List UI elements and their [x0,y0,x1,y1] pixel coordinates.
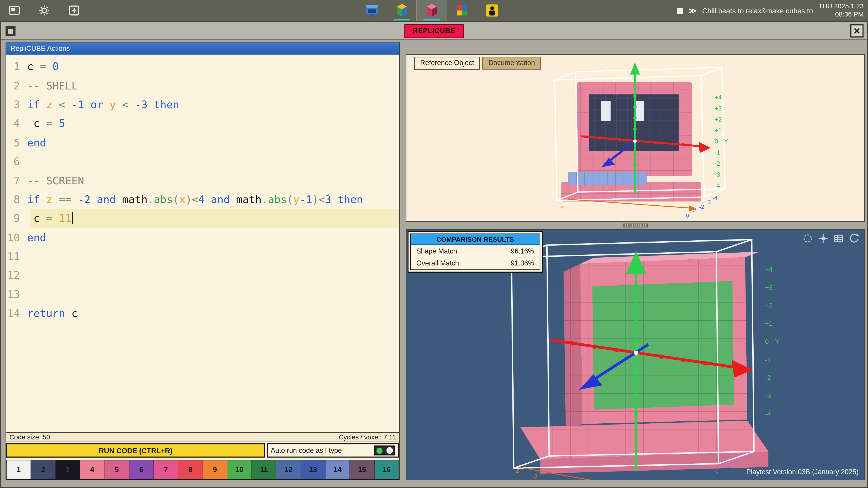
line-number: 13 [6,288,25,300]
palette-color-2[interactable]: 2 [31,460,56,479]
panel-splitter[interactable] [406,222,865,229]
app-icon-color-grid[interactable] [447,0,476,21]
code-line[interactable]: 1c = 0 [6,57,399,76]
palette-color-5[interactable]: 5 [105,460,129,479]
clock-time: 08:36 PM [818,10,864,19]
run-row: RUN CODE (CTRL+R) Auto run code as I typ… [6,443,399,458]
reset-view-icon[interactable] [848,233,860,244]
code-text: return c [27,307,78,319]
playtest-viewport[interactable]: +4 +3 +2 +1 0 Y -1 -2 -3 -4 -4 -3 0 -1 [406,229,865,480]
selection-circle-icon[interactable] [802,233,813,244]
grid-icon[interactable] [833,233,844,244]
tab-reference-object[interactable]: Reference Object [414,57,480,70]
palette-color-7[interactable]: 7 [154,460,179,479]
code-text: if z < -1 or y < -3 then [27,98,179,110]
toggle-knob [386,447,393,454]
splitter-grip-icon[interactable] [623,224,647,228]
line-number: 8 [6,193,25,205]
autorun-toggle[interactable] [374,446,395,455]
window-titlebar[interactable]: REPLICUBE [1,22,867,40]
gear-icon[interactable] [38,4,51,17]
code-line[interactable]: 9 c = 11 [6,209,399,228]
palette-color-1[interactable]: 1 [6,460,31,479]
svg-text:+4: +4 [715,94,722,101]
code-line[interactable]: 10end [6,228,399,247]
comparison-results-panel: COMPARISON RESULTS Shape Match 96.16% Ov… [407,231,543,273]
desktop-screen: ≫ Chill beats to relax&make cubes to THU… [0,0,868,488]
color-grid-icon [452,2,471,19]
code-line[interactable]: 6 [6,152,399,171]
window-menu-icon[interactable] [5,26,16,36]
close-icon [853,27,861,35]
clock-date: THU 2025.1.23 [818,2,864,11]
code-lines: 1c = 02-- SHELL3if z < -1 or y < -3 then… [6,57,399,323]
code-text: c = 0 [27,60,59,72]
svg-text:0: 0 [765,338,769,345]
svg-text:-1: -1 [692,208,698,214]
crosshair-icon[interactable] [817,233,829,244]
svg-text:-3: -3 [765,392,771,399]
palette-color-11[interactable]: 11 [252,460,277,479]
svg-text:-3: -3 [532,473,537,480]
palette-color-16[interactable]: 16 [375,460,399,479]
svg-text:+1: +1 [715,127,722,134]
palette-color-6[interactable]: 6 [129,460,154,479]
palette-color-8[interactable]: 8 [178,460,203,479]
comparison-title: COMPARISON RESULTS [411,234,540,245]
actions-header: RepliCUBE Actions [6,42,399,55]
svg-text:0: 0 [686,213,689,219]
run-code-button[interactable]: RUN CODE (CTRL+R) [6,443,265,458]
window-title-tab[interactable]: REPLICUBE [404,24,463,38]
palette-color-13[interactable]: 13 [301,460,326,479]
code-panel: RepliCUBE Actions 1c = 02-- SHELL3if z <… [5,42,400,480]
cubes-red-icon [423,2,441,19]
app-icon-avatar-cube[interactable] [477,0,506,21]
right-panel: +4 +3 +2 +1 0 Y -1 -2 -3 -4 -4 0 -1 -2 [406,54,865,480]
cubes-yellow-icon [393,2,411,19]
palette-color-10[interactable]: 10 [227,460,252,479]
code-line[interactable]: 12 [6,266,399,285]
line-number: 9 [6,212,25,224]
reference-viewport[interactable]: +4 +3 +2 +1 0 Y -1 -2 -3 -4 -4 0 -1 -2 [406,54,865,222]
app-icon-cubes-red[interactable] [417,0,447,21]
palette-color-15[interactable]: 15 [350,460,375,479]
code-line[interactable]: 11 [6,247,399,266]
code-line[interactable]: 14return c [6,304,399,323]
code-line[interactable]: 8if z == -2 and math.abs(x)<4 and math.a… [6,190,399,209]
tab-documentation[interactable]: Documentation [483,57,541,70]
svg-text:+3: +3 [765,284,773,291]
code-line[interactable]: 13 [6,285,399,304]
palette-color-14[interactable]: 14 [326,460,350,479]
app-icon-cube-machine[interactable] [357,0,387,21]
comparison-row: Shape Match 96.16% [411,245,540,257]
reference-3d-scene: +4 +3 +2 +1 0 Y -1 -2 -3 -4 -4 0 -1 -2 [406,55,865,222]
line-number: 6 [6,155,25,167]
svg-text:-4: -4 [765,410,771,418]
text-cursor [72,212,73,224]
replicube-window: REPLICUBE RepliCUBE Actions 1c = 02-- SH… [0,21,868,488]
svg-text:-3: -3 [706,199,711,205]
close-button[interactable] [850,24,864,38]
line-number: 11 [6,250,25,262]
palette-color-9[interactable]: 9 [203,460,228,479]
code-editor[interactable]: 1c = 02-- SHELL3if z < -1 or y < -3 then… [6,55,399,432]
code-line[interactable]: 7-- SCREEN [6,171,399,190]
code-line[interactable]: 4 c = 5 [6,114,399,133]
code-line[interactable]: 5end [6,133,399,152]
palette-color-3[interactable]: 3 [56,460,80,479]
svg-text:Y: Y [775,338,780,345]
music-stop-icon[interactable] [677,7,683,13]
code-line[interactable]: 2-- SHELL [6,76,399,95]
palette-color-12[interactable]: 12 [276,460,301,479]
line-number: 14 [6,307,25,319]
window-manager-icon[interactable] [8,4,21,17]
svg-text:-2: -2 [765,374,771,381]
add-window-icon[interactable] [68,4,81,17]
svg-text:0: 0 [715,138,718,145]
clock: THU 2025.1.23 08:36 PM [818,2,864,19]
code-line[interactable]: 3if z < -1 or y < -3 then [6,95,399,114]
app-icon-cubes-yellow[interactable] [387,0,417,21]
line-number: 4 [6,117,25,129]
svg-text:-4: -4 [715,182,720,189]
palette-color-4[interactable]: 4 [80,460,105,479]
